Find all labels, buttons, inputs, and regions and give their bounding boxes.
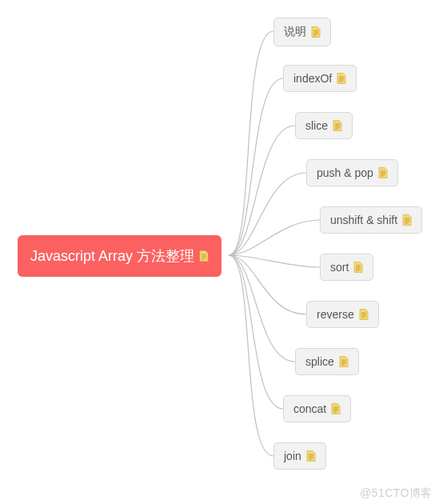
child-node-indexof[interactable]: indexOf — [283, 65, 357, 92]
child-node-reverse[interactable]: reverse — [306, 301, 379, 328]
child-node-sort[interactable]: sort — [320, 254, 373, 281]
child-node-label: slice — [305, 119, 328, 132]
note-icon — [337, 73, 346, 84]
child-node-slice[interactable]: slice — [295, 112, 353, 139]
child-node-push-pop[interactable]: push & pop — [306, 159, 398, 186]
note-icon — [331, 403, 341, 414]
child-node-label: splice — [305, 355, 334, 368]
watermark-text: @51CTO博客 — [360, 486, 433, 501]
child-node-label: 说明 — [284, 25, 306, 39]
child-node-shuoming[interactable]: 说明 — [273, 18, 331, 46]
child-node-unshift-shift[interactable]: unshift & shift — [320, 206, 422, 234]
child-node-label: reverse — [317, 308, 354, 321]
note-icon — [359, 309, 369, 320]
child-node-label: indexOf — [293, 72, 332, 85]
child-node-label: sort — [330, 261, 349, 274]
child-node-label: push & pop — [317, 166, 373, 179]
note-icon — [339, 356, 349, 367]
note-icon — [333, 120, 342, 131]
note-icon — [378, 167, 388, 178]
note-icon — [306, 450, 316, 462]
note-icon — [353, 262, 363, 273]
child-node-splice[interactable]: splice — [295, 348, 359, 375]
root-node-label: Javascript Array 方法整理 — [30, 246, 194, 266]
note-icon — [402, 214, 412, 226]
child-node-concat[interactable]: concat — [283, 395, 351, 422]
child-node-label: concat — [293, 402, 326, 415]
note-icon — [311, 26, 321, 38]
note-icon — [199, 250, 209, 262]
root-node[interactable]: Javascript Array 方法整理 — [18, 235, 221, 277]
child-node-label: unshift & shift — [330, 214, 397, 226]
child-node-label: join — [284, 450, 301, 462]
child-node-join[interactable]: join — [273, 442, 326, 470]
